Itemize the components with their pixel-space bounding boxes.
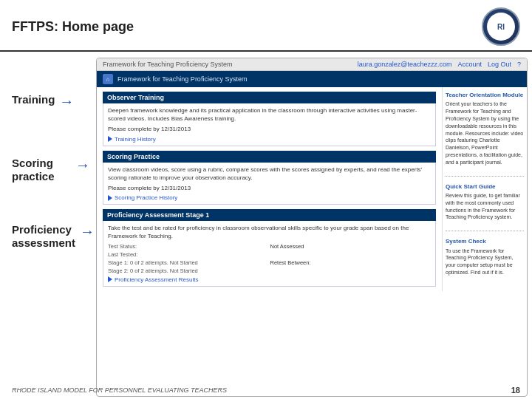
training-section: Observer Training Deepen framework knowl… [103,92,436,146]
training-label-text: Training [12,93,55,106]
sidebar-system-check-text: To use the Framework for Teaching Profic… [446,248,524,276]
retest-label: Retest Between: [270,259,432,266]
label-proficiency: Proficiency assessment → [0,216,96,282]
stage2-label: Stage 2: 0 of 2 attempts. Not Started [108,267,269,274]
sidebar-teacher-orientation-title[interactable]: Teacher Orientation Module [446,92,524,99]
last-tested-label: Last Tested: [108,251,269,258]
scoring-history-label[interactable]: Scoring Practice History [115,194,177,201]
proficiency-results-label[interactable]: Proficiency Assessment Results [115,276,198,283]
scoring-history-link[interactable]: Scoring Practice History [108,194,431,201]
sidebar-quick-start-title[interactable]: Quick Start Guide [446,183,524,191]
training-history-triangle [108,136,112,142]
browser-help[interactable]: ? [517,61,521,68]
sidebar-item-teacher-orientation: Teacher Orientation Module Orient your t… [446,92,524,166]
training-section-body: Deepen framework knowledge and its pract… [103,103,436,146]
sidebar-quick-start-text: Review this guide, to get familiar with … [446,192,524,221]
label-training: Training → [0,83,96,149]
stage1-label: Stage 1: 0 of 2 attempts. Not Started [108,259,269,266]
proficiency-body-text: Take the test and be rated for proficien… [108,224,431,240]
proficiency-results-triangle [108,276,112,282]
browser-nav: ⌂ Framework for Teaching Proficiency Sys… [97,71,527,87]
scoring-label-text: Scoring practice [12,157,71,183]
center-column: Framework for Teaching Proficiency Syste… [96,52,532,399]
sidebar-item-system-check: System Check To use the Framework for Te… [446,238,524,276]
scoring-body-text: View classroom videos, score using a rub… [108,166,431,182]
browser-mockup: Framework for Teaching Proficiency Syste… [96,58,528,397]
last-tested-value [270,251,432,258]
page-title: FFTPS: Home page [12,19,134,35]
page-header: FFTPS: Home page RI [0,0,532,52]
main-layout: Training → Scoring practice → Proficienc… [0,52,532,399]
sidebar-teacher-orientation-text: Orient your teachers to the Framework fo… [446,100,524,166]
proficiency-section-header: Proficiency Assessment Stage 1 [103,209,436,221]
browser-logout[interactable]: Log Out [488,61,511,68]
proficiency-arrow-icon: → [80,223,95,240]
scoring-arrow-icon: → [75,157,90,174]
training-history-label[interactable]: Training History [115,136,156,143]
page-number: 18 [511,386,520,395]
proficiency-section-body: Take the test and be rated for proficien… [103,221,436,286]
sidebar-divider-2 [446,231,524,231]
sidebar-item-quick-start: Quick Start Guide Review this guide, to … [446,183,524,222]
scoring-section-header: Scoring Practice [103,151,436,163]
proficiency-label-text: Proficiency assessment [12,223,75,250]
scoring-section: Scoring Practice View classroom videos, … [103,151,436,205]
sections-main: Observer Training Deepen framework knowl… [97,87,442,291]
content-area: Observer Training Deepen framework knowl… [97,87,527,291]
logo: RI [482,7,520,46]
test-status-label: Test Status: [108,243,269,250]
test-status-value: Not Assessed [270,243,432,250]
proficiency-results-link[interactable]: Proficiency Assessment Results [108,276,431,283]
nav-title: Framework for Teaching Proficiency Syste… [117,75,247,83]
training-history-link[interactable]: Training History [108,136,431,143]
browser-account[interactable]: Account [457,61,482,68]
proficiency-section: Proficiency Assessment Stage 1 Take the … [103,209,436,286]
label-scoring: Scoring practice → [0,149,96,216]
page-footer: RHODE ISLAND MODEL FOR PERSONNEL EVALUAT… [0,386,532,395]
training-arrow-icon: → [59,93,74,110]
sidebar-right: Teacher Orientation Module Orient your t… [442,87,527,291]
scoring-section-body: View classroom videos, score using a rub… [103,163,436,205]
training-complete-by: Please complete by 12/31/2013 [108,125,431,133]
browser-email: laura.gonzalez@teachezzz.com [358,61,452,68]
footer-text: RHODE ISLAND MODEL FOR PERSONNEL EVALUAT… [12,386,227,394]
retest-value [270,267,432,274]
logo-inner: RI [487,13,515,41]
scoring-complete-by: Please complete by 12/31/2013 [108,184,431,192]
browser-bar-title: Framework for Teaching Proficiency Syste… [103,61,232,68]
labels-column: Training → Scoring practice → Proficienc… [0,52,96,399]
sidebar-divider-1 [446,176,524,177]
training-section-header: Observer Training [103,92,436,103]
sidebar-system-check-title[interactable]: System Check [446,238,524,245]
scoring-history-triangle [108,195,112,201]
assessment-grid: Test Status: Not Assessed Last Tested: S… [108,243,431,274]
training-body-text: Deepen framework knowledge and its pract… [108,106,431,123]
browser-bar: Framework for Teaching Proficiency Syste… [97,58,527,71]
home-icon[interactable]: ⌂ [103,74,113,84]
browser-bar-right: laura.gonzalez@teachezzz.com Account Log… [358,61,521,68]
